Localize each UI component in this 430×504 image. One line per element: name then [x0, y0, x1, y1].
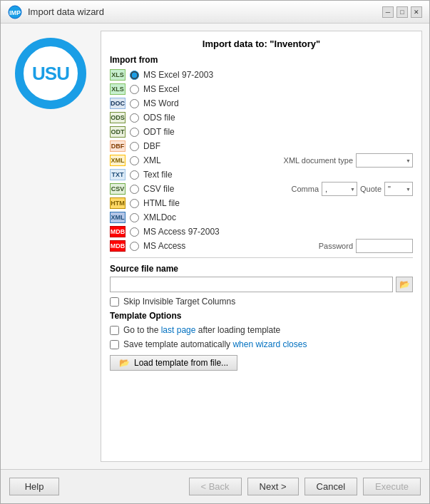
window-controls: ─ □ ✕	[382, 6, 422, 18]
html-icon: HTM	[110, 197, 126, 209]
import-title: Import data to: "Inventory"	[110, 38, 413, 49]
xml-doc-type-label: XML document type	[284, 156, 353, 165]
comma-select-wrapper: ,	[322, 182, 357, 196]
radio-row-ms-access: MDB MS Access Password	[110, 239, 413, 253]
import-section: Import data to: "Inventory" Import from …	[101, 31, 422, 462]
comma-label: Comma	[292, 185, 319, 193]
maximize-button[interactable]: □	[396, 6, 408, 18]
xls-icon: XLS	[110, 69, 126, 81]
go-to-last-page-checkbox[interactable]	[110, 326, 119, 335]
source-row: 📂	[110, 277, 413, 292]
radio-ods[interactable]	[130, 113, 139, 123]
label-csv: CSV file	[143, 184, 174, 194]
skip-invisible-checkbox[interactable]	[110, 297, 119, 307]
cancel-button[interactable]: Cancel	[304, 478, 357, 495]
radio-ms-access[interactable]	[130, 242, 139, 251]
label-xml: XML	[143, 155, 161, 165]
dbf-icon: DBF	[110, 140, 126, 152]
source-label: Source file name	[110, 264, 413, 274]
close-button[interactable]: ✕	[411, 6, 422, 18]
radio-row-dbf: DBF DBF	[110, 139, 413, 153]
save-template-row: Save template automatically when wizard …	[110, 339, 413, 349]
radio-csv[interactable]	[130, 185, 139, 194]
radio-row-csv: CSV CSV file Comma , Quote "	[110, 182, 413, 196]
xlsx-icon: XLS	[110, 83, 126, 95]
save-template-label: Save template automatically when wizard …	[123, 339, 307, 349]
label-text: Text file	[143, 170, 173, 180]
xml-doc-type-wrapper	[356, 153, 413, 168]
label-ms-excel-97: MS Excel 97-2003	[143, 70, 213, 80]
label-ms-access: MS Access	[143, 241, 185, 251]
quote-label: Quote	[360, 185, 382, 193]
source-file-input[interactable]	[110, 277, 393, 292]
svg-text:IMP: IMP	[9, 9, 21, 16]
radio-odt[interactable]	[130, 128, 139, 137]
radio-ms-word[interactable]	[130, 99, 139, 108]
radio-row-odt: ODT ODT file	[110, 125, 413, 139]
xml-icon: XML	[110, 155, 126, 166]
radio-row-text: TXT Text file	[110, 168, 413, 182]
radio-row-ms-access-97: MDB MS Access 97-2003	[110, 225, 413, 239]
odt-icon: ODT	[110, 126, 126, 138]
title-bar-left: IMP Import data wizard	[8, 5, 104, 19]
save-template-checkbox[interactable]	[110, 340, 119, 349]
title-bar: IMP Import data wizard ─ □ ✕	[1, 1, 429, 24]
bottom-left: Help	[9, 478, 59, 495]
next-button[interactable]: Next >	[247, 478, 299, 495]
txt-icon: TXT	[110, 169, 126, 180]
back-button[interactable]: < Back	[189, 478, 242, 495]
ods-icon: ODS	[110, 112, 126, 123]
radio-row-ms-excel: XLS MS Excel	[110, 82, 413, 96]
bottom-bar: Help < Back Next > Cancel Execute	[1, 469, 429, 503]
minimize-button[interactable]: ─	[382, 6, 394, 18]
source-section: Source file name 📂	[110, 264, 413, 292]
go-to-last-page-label: Go to the last page after loading templa…	[123, 325, 280, 335]
radio-xml[interactable]	[130, 156, 139, 165]
label-xmldoc: XMLDoc	[143, 212, 176, 222]
quote-select[interactable]: "	[384, 182, 413, 196]
load-template-button[interactable]: 📂 Load template from file...	[110, 355, 237, 371]
import-wizard-window: IMP Import data wizard ─ □ ✕ USU Import …	[0, 0, 430, 504]
word-icon: DOC	[110, 98, 126, 109]
comma-select[interactable]: ,	[322, 182, 357, 196]
skip-invisible-row: Skip Invisible Target Columns	[110, 297, 413, 307]
browse-button[interactable]: 📂	[396, 277, 413, 292]
template-options-label: Template Options	[110, 311, 413, 321]
radio-ms-excel[interactable]	[130, 85, 139, 94]
go-to-last-page-row: Go to the last page after loading templa…	[110, 325, 413, 335]
label-ms-access-97: MS Access 97-2003	[143, 227, 220, 237]
label-ms-excel: MS Excel	[143, 84, 180, 94]
radio-html[interactable]	[130, 199, 139, 208]
csv-options-field: Comma , Quote "	[292, 182, 413, 196]
app-icon: IMP	[8, 5, 22, 19]
password-label: Password	[319, 242, 353, 250]
quote-select-wrapper: "	[384, 182, 413, 196]
radio-ms-access-97[interactable]	[130, 227, 139, 237]
logo-area: USU	[8, 31, 93, 462]
radio-row-html: HTM HTML file	[110, 196, 413, 210]
radio-row-ms-excel-97: XLS MS Excel 97-2003	[110, 68, 413, 82]
radio-row-xmldoc: XML XMLDoc	[110, 210, 413, 225]
mdb-icon: MDB	[110, 226, 126, 237]
content-area: USU Import data to: "Inventory" Import f…	[1, 24, 429, 469]
radio-xmldoc[interactable]	[130, 213, 139, 222]
bottom-right: < Back Next > Cancel Execute	[189, 478, 421, 495]
xml-doc-type-field: XML document type	[284, 153, 413, 168]
xml-doc-type-select[interactable]	[356, 153, 413, 168]
xmldoc-icon: XML	[110, 212, 126, 223]
radio-ms-excel-97[interactable]	[130, 71, 139, 80]
execute-button[interactable]: Execute	[363, 478, 421, 495]
radio-row-xml: XML XML XML document type	[110, 153, 413, 168]
help-button[interactable]: Help	[9, 478, 59, 495]
radio-dbf[interactable]	[130, 142, 139, 151]
label-html: HTML file	[143, 198, 180, 208]
label-ms-word: MS Word	[143, 98, 179, 108]
radio-row-ms-word: DOC MS Word	[110, 96, 413, 110]
import-from-label: Import from	[110, 55, 413, 65]
csv-icon: CSV	[110, 183, 126, 195]
window-title: Import data wizard	[28, 6, 104, 17]
label-ods: ODS file	[143, 113, 175, 123]
password-input[interactable]	[356, 239, 413, 253]
logo: USU	[15, 38, 86, 109]
radio-text[interactable]	[130, 170, 139, 180]
